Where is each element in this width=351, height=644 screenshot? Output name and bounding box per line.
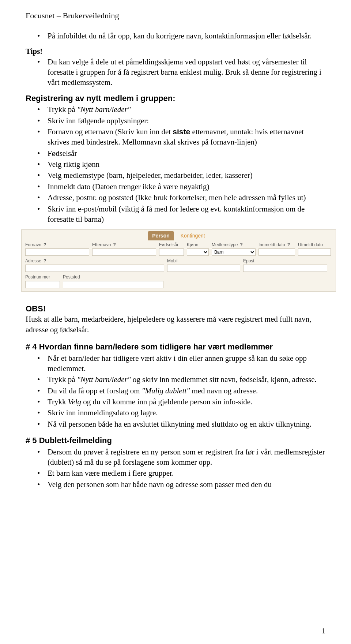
kjonn-select[interactable] xyxy=(187,248,209,256)
list-item: Dersom du prøver å registrere en ny pers… xyxy=(48,447,325,468)
list-item: På infobildet du nå får opp, kan du korr… xyxy=(48,31,325,41)
tips-label: Tips! xyxy=(26,46,325,56)
tab-person[interactable]: Person xyxy=(148,231,174,240)
label-utmeldt: Utmeldt dato xyxy=(298,242,323,248)
list-item: Velg den personen som har både navn og a… xyxy=(48,479,325,490)
section-heading-5: # 5 Dublett-feilmelding xyxy=(26,435,325,446)
mobil-input[interactable] xyxy=(167,265,240,272)
list-item: Velg medlemstype (barn, hjelpeleder, med… xyxy=(48,170,325,180)
list-item: Adresse, postnr. og poststed (Ikke bruk … xyxy=(48,192,325,203)
list-item: Du vil da få opp et forslag om "Mulig du… xyxy=(48,386,325,396)
obs-heading: OBS! xyxy=(26,303,325,314)
document-header: Focusnet – Brukerveiledning xyxy=(26,11,325,20)
adresse-input[interactable] xyxy=(25,265,164,272)
list-item: Skriv inn innmeldingsdato og lagre. xyxy=(48,408,325,418)
fornavn-input[interactable] xyxy=(25,248,89,256)
list-item: Trykk Velg og du vil komme inn på gjelde… xyxy=(48,397,325,407)
label-fodselsar: Fødselsår xyxy=(159,242,178,248)
label-postnummer: Postnummer xyxy=(25,274,50,280)
list-item: Skriv inn e-post/mobil (viktig å få med … xyxy=(48,204,325,225)
label-fornavn: Fornavn xyxy=(25,242,41,248)
help-icon[interactable]: ? xyxy=(44,242,46,248)
list-item: Velg riktig kjønn xyxy=(48,159,325,169)
tab-kontingent[interactable]: Kontingent xyxy=(176,231,210,240)
postnummer-input[interactable] xyxy=(25,281,60,288)
label-poststed: Poststed xyxy=(63,274,80,280)
form-screenshot: Person Kontingent Fornavn? Etternavn? Fø… xyxy=(21,229,336,291)
list-item: Fødselsår xyxy=(48,148,325,158)
list-item: Nå vil personen både ha en avsluttet til… xyxy=(48,419,325,429)
registrering-list: Trykk på "Nytt barn/leder" Skriv inn føl… xyxy=(26,104,325,224)
tips-list: På infobildet du nå får opp, kan du korr… xyxy=(26,31,325,41)
label-mobil: Mobil xyxy=(167,258,178,264)
label-kjonn: Kjønn xyxy=(187,242,198,248)
epost-input[interactable] xyxy=(243,265,327,272)
list-item: Skriv inn følgende opplysninger: xyxy=(48,116,325,126)
list-item: Når et barn/leder har tidligere vært akt… xyxy=(48,353,325,374)
list-item: Et barn kan være medlem i flere grupper. xyxy=(48,468,325,478)
label-epost: Epost xyxy=(243,258,254,264)
list-item: Trykk på "Nytt barn/leder" xyxy=(48,104,325,115)
tips-list-2: Du kan velge å dele ut et påmeldingsskje… xyxy=(26,57,325,88)
etternavn-input[interactable] xyxy=(92,248,156,256)
poststed-input[interactable] xyxy=(63,281,163,288)
label-medlemstype: Medlemstype xyxy=(212,242,238,248)
innmeldt-input[interactable] xyxy=(258,248,295,256)
page-number: 1 xyxy=(322,627,325,635)
section-heading-4: # 4 Hvordan finne barn/ledere som tidlig… xyxy=(26,341,325,352)
label-etternavn: Etternavn xyxy=(92,242,111,248)
utmeldt-input[interactable] xyxy=(298,248,331,256)
list-item: Fornavn og etternavn (Skriv kun inn det … xyxy=(48,127,325,147)
obs-text: Husk at alle barn, medarbeidere, hjelpel… xyxy=(26,314,325,335)
section-heading-registrering: Registrering av nytt medlem i gruppen: xyxy=(26,93,325,104)
list-item: Du kan velge å dele ut et påmeldingsskje… xyxy=(48,57,325,88)
label-adresse: Adresse xyxy=(25,258,41,264)
fodselsar-input[interactable] xyxy=(159,248,184,256)
section-5-list: Dersom du prøver å registrere en ny pers… xyxy=(26,447,325,490)
help-icon[interactable]: ? xyxy=(113,242,116,248)
help-icon[interactable]: ? xyxy=(240,242,242,248)
list-item: Innmeldt dato (Datoen trenger ikke å vær… xyxy=(48,181,325,192)
help-icon[interactable]: ? xyxy=(287,242,290,248)
section-4-list: Når et barn/leder har tidligere vært akt… xyxy=(26,353,325,429)
medlemstype-select[interactable]: Barn xyxy=(212,248,256,256)
label-innmeldt: Innmeldt dato xyxy=(258,242,285,248)
help-icon[interactable]: ? xyxy=(44,258,46,264)
list-item: Trykk på "Nytt barn/leder" og skriv inn … xyxy=(48,374,325,385)
